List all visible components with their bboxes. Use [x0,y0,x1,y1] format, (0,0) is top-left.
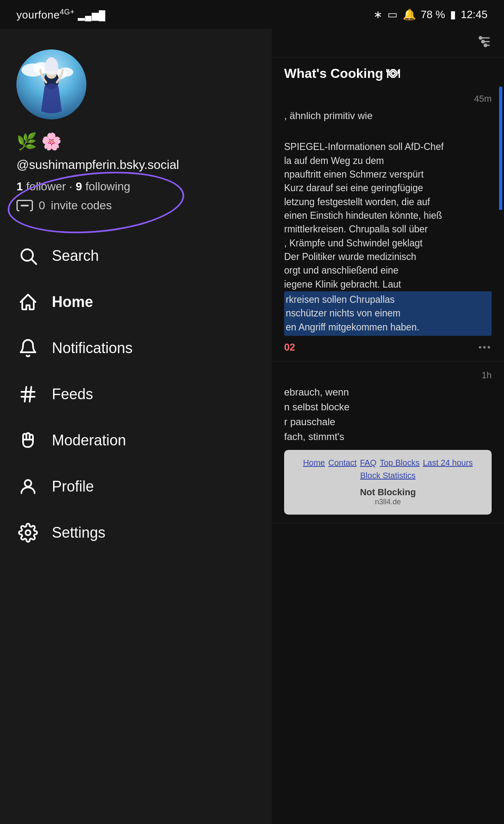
feed-item-time-1: 45m [284,94,492,104]
hash-icon [16,383,40,406]
emoji-cherry: 🌸 [41,132,62,151]
sidebar-item-feeds-label: Feeds [52,386,93,403]
hand-icon [16,429,40,452]
feed-title: What's Cooking 🍽 [272,58,504,85]
follower-label: follower [26,180,66,193]
feed-card: Home Contact FAQ Top Blocks Last 24 hour… [284,450,492,515]
separator: · [69,180,72,193]
svg-point-14 [25,480,31,487]
sidebar-item-search[interactable]: Search [0,233,272,279]
sidebar-item-notifications[interactable]: Notifications [0,325,272,371]
battery-icon: ▮ [450,8,456,21]
sidebar-item-notifications-label: Notifications [52,339,133,357]
sidebar-item-settings-label: Settings [52,524,105,541]
right-panel: What's Cooking 🍽 45m , ähnlich primitiv … [272,29,504,824]
follower-count: 1 [16,180,23,193]
sidebar-item-search-label: Search [52,247,99,265]
svg-line-12 [25,387,26,402]
nav-menu: Search Home [0,229,272,824]
invite-count: 0 [39,199,45,212]
filter-button[interactable] [477,34,492,52]
bluetooth-icon: ∗ [373,8,383,21]
svg-line-9 [32,260,36,264]
bell-icon [16,337,40,360]
feed-item-body-1: SPIEGEL-Informationen soll AfD-Chef la a… [284,126,492,291]
battery-label: 78 % [421,8,445,21]
sidebar-item-home[interactable]: Home [0,279,272,325]
gear-icon [16,521,40,544]
sidebar-item-profile[interactable]: Profile [0,464,272,510]
card-status: Not Blocking [292,487,483,498]
card-link-home[interactable]: Home [303,458,325,468]
sidebar-item-moderation-label: Moderation [52,432,126,449]
user-icon [16,475,40,498]
right-header [272,29,504,58]
card-link-last24[interactable]: Last 24 hours [423,458,473,468]
feed-title-emoji: 🍽 [386,66,399,81]
svg-point-20 [482,40,484,43]
search-icon [16,244,40,267]
mute-icon: 🔔 [403,8,416,21]
feed-dots[interactable]: ••• [478,342,492,353]
feed-item-text-1: , ähnlich primitiv wie [284,108,492,123]
svg-point-19 [479,37,482,39]
invite-row[interactable]: 0 invite codes [16,199,255,212]
sim-icon: ▭ [387,8,398,21]
following-count: 9 [76,180,82,193]
feed-item-selected-1: rkreisen sollen Chrupallas nschützer nic… [284,291,492,336]
sidebar-item-home-label: Home [52,293,93,311]
card-link-blockstats[interactable]: Block Statistics [360,471,415,480]
following-label: following [85,180,130,193]
main-layout: 🌿 🌸 @sushimampferin.bsky.social 1 follow… [0,29,504,824]
feed-item: 45m , ähnlich primitiv wie SPIEGEL-Infor… [272,85,504,362]
invite-label: invite codes [51,199,112,212]
svg-line-13 [30,387,31,402]
sidebar-item-moderation[interactable]: Moderation [0,417,272,464]
sidebar-item-feeds[interactable]: Feeds [0,371,272,417]
feed-card-links: Home Contact FAQ Top Blocks Last 24 hour… [292,458,483,480]
svg-point-15 [26,530,30,535]
card-link-faq[interactable]: FAQ [360,458,376,468]
emoji-leaf: 🌿 [16,132,37,151]
stats-area: 1 follower · 9 following 0 invite codes [16,180,255,212]
svg-point-21 [484,44,487,47]
feed-item-time-2: 1h [284,370,492,381]
time-label: 12:45 [461,8,488,21]
sidebar-item-settings[interactable]: Settings [0,510,272,556]
feed-item-actions-1: 02 ••• [284,342,492,353]
home-icon [16,290,40,314]
sidebar-item-profile-label: Profile [52,478,94,495]
profile-emojis: 🌿 🌸 [16,132,255,151]
scroll-indicator [499,87,502,210]
invite-icon [16,200,33,211]
feed-item-text-2: ebrauch, wenn n selbst blocke r pauschal… [284,385,492,444]
follower-row[interactable]: 1 follower · 9 following [16,180,255,193]
feed-item-2: 1h ebrauch, wenn n selbst blocke r pausc… [272,362,504,523]
profile-section: 🌿 🌸 @sushimampferin.bsky.social 1 follow… [0,41,272,229]
feed-action-num: 02 [284,342,295,353]
card-domain: n3ll4.de [292,498,483,506]
carrier-label: yourfone4G+ ▂▄▆█ [16,8,105,21]
avatar [16,49,86,119]
card-link-contact[interactable]: Contact [328,458,357,468]
left-panel: 🌿 🌸 @sushimampferin.bsky.social 1 follow… [0,29,272,824]
status-bar: yourfone4G+ ▂▄▆█ ∗ ▭ 🔔 78 % ▮ 12:45 [0,0,504,29]
card-link-topblocks[interactable]: Top Blocks [380,458,420,468]
feed-container[interactable]: 45m , ähnlich primitiv wie SPIEGEL-Infor… [272,85,504,823]
profile-username: @sushimampferin.bsky.social [16,158,255,172]
status-icons: ∗ ▭ 🔔 78 % ▮ 12:45 [373,8,488,21]
